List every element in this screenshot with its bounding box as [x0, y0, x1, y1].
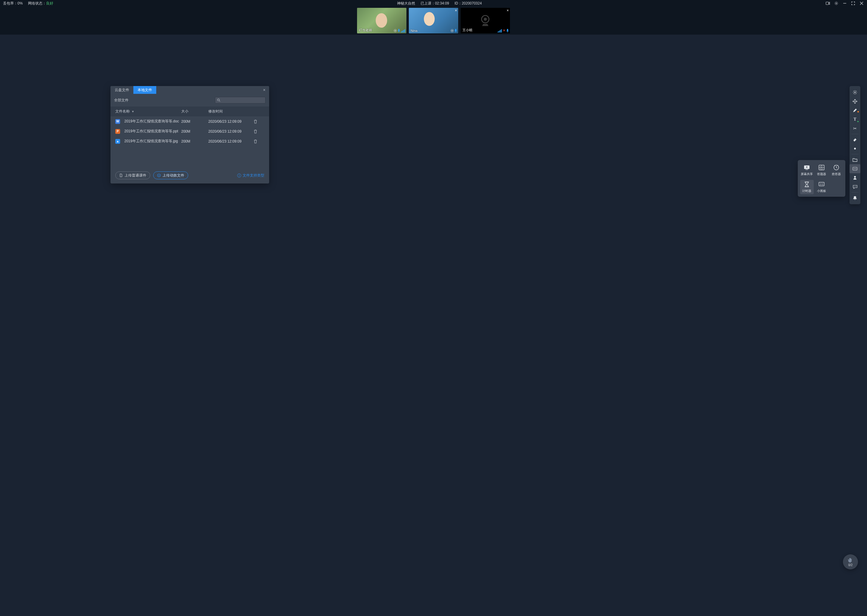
- participant-name: 王小明: [462, 28, 472, 33]
- file-size: 200M: [181, 119, 208, 124]
- video-strip: 叮当老师 × Nina × 王小明 ✕: [0, 6, 867, 35]
- tool-screen-share[interactable]: 屏幕共享: [800, 163, 814, 178]
- svg-rect-11: [507, 29, 508, 31]
- tool-scissors[interactable]: ✂: [850, 124, 861, 133]
- tab-local-files[interactable]: 本地文件: [133, 86, 156, 94]
- record-icon[interactable]: [826, 1, 830, 6]
- col-size[interactable]: 大小: [181, 109, 208, 114]
- delete-icon[interactable]: [254, 129, 264, 134]
- settings-icon[interactable]: [834, 1, 839, 6]
- tile-close-icon[interactable]: ×: [507, 8, 509, 13]
- svg-point-24: [854, 186, 855, 187]
- svg-text:2+3: 2+3: [820, 183, 823, 185]
- play-circle-icon: [157, 174, 161, 177]
- network-status: 网络状态：良好: [28, 1, 53, 6]
- participant-name: 叮当老师: [359, 28, 372, 33]
- sort-caret-icon: ▼: [132, 110, 134, 113]
- tool-person[interactable]: [850, 173, 861, 182]
- hand-count: 0/2: [848, 563, 853, 567]
- info-icon: i: [237, 174, 241, 178]
- svg-text:✓: ✓: [822, 166, 823, 168]
- svg-rect-7: [455, 29, 456, 31]
- hand-raise-badge[interactable]: 0/2: [843, 554, 858, 569]
- tool-laser[interactable]: [850, 88, 861, 97]
- minimize-icon[interactable]: [842, 1, 847, 6]
- svg-text:A: A: [820, 166, 821, 168]
- svg-point-17: [854, 148, 856, 149]
- col-mtime[interactable]: 修改时间: [208, 109, 254, 114]
- video-tile[interactable]: 叮当老师: [357, 8, 407, 33]
- tool-bell[interactable]: [850, 193, 861, 203]
- svg-line-37: [836, 168, 837, 168]
- video-tile[interactable]: × Nina: [409, 8, 458, 33]
- svg-rect-0: [826, 2, 829, 5]
- room-title: 神秘大自然: [397, 1, 415, 6]
- delete-icon[interactable]: [254, 139, 264, 143]
- col-name[interactable]: 文件名称 ▼: [115, 109, 181, 114]
- upload-animated-button[interactable]: 上传动效文件: [153, 171, 188, 179]
- tool-apps[interactable]: [850, 164, 861, 173]
- file-size: 200M: [181, 139, 208, 143]
- file-mtime: 2020/06/23 12:09:09: [208, 129, 254, 134]
- filetype-icon: P: [115, 129, 120, 134]
- upload-normal-button[interactable]: 上传普通课件: [115, 171, 150, 179]
- room-id: ID：2020070324: [455, 1, 482, 6]
- table-row[interactable]: ▲2019年工作汇报情况查询等等.jpg200M2020/06/23 12:09…: [110, 136, 269, 146]
- signal-icon: [498, 29, 502, 33]
- file-name: 2019年工作汇报情况查询等等.doc: [125, 119, 179, 124]
- svg-point-21: [856, 168, 856, 169]
- tab-cloud-files[interactable]: 云盘文件: [110, 86, 133, 94]
- delete-icon[interactable]: [254, 119, 264, 124]
- close-icon[interactable]: [859, 1, 864, 6]
- file-name: 2019年工作汇报情况查询等等.jpg: [125, 139, 178, 144]
- tool-answer[interactable]: A✓B✗ 答题器: [815, 163, 828, 178]
- tool-pen[interactable]: [850, 106, 861, 115]
- video-tile[interactable]: × 王小明 ✕: [460, 8, 510, 33]
- supported-types-link[interactable]: i 文件支持类型: [237, 173, 264, 178]
- dialog-tabs: 云盘文件 本地文件 ×: [110, 86, 269, 94]
- svg-point-16: [854, 92, 856, 93]
- file-mtime: 2020/06/23 12:09:09: [208, 119, 254, 124]
- svg-point-19: [854, 168, 854, 169]
- participant-name: Nina: [411, 29, 418, 33]
- svg-point-25: [856, 186, 856, 187]
- file-dialog: 云盘文件 本地文件 × 全部文件 文件名称 ▼ 大小 修改时间 W2019年工作…: [110, 86, 269, 184]
- tool-folder[interactable]: [850, 155, 861, 164]
- tools-popover: 屏幕共享 A✓B✗ 答题器 抢答器 计时器 2+3 小黑板: [798, 160, 845, 197]
- mic-icon: [455, 29, 457, 33]
- tool-brightness[interactable]: [850, 144, 861, 153]
- file-name: 2019年工作汇报情况查询等等.ppt: [125, 129, 178, 134]
- tool-buzzer[interactable]: 抢答器: [829, 163, 843, 178]
- table-header: 文件名称 ▼ 大小 修改时间: [110, 107, 269, 116]
- table-row[interactable]: W2019年工作汇报情况查询等等.doc200M2020/06/23 12:09…: [110, 116, 269, 126]
- elapsed-time: 已上课：02:34:09: [421, 1, 449, 6]
- tool-eraser[interactable]: [850, 135, 861, 144]
- svg-line-14: [219, 101, 220, 102]
- status-bar: 丢包率：0% 网络状态：良好 神秘大自然 已上课：02:34:09 ID：202…: [0, 0, 867, 6]
- svg-text:B: B: [820, 168, 821, 170]
- tile-close-icon[interactable]: ×: [455, 8, 457, 13]
- svg-point-1: [836, 3, 837, 4]
- file-icon: [119, 174, 123, 177]
- svg-point-10: [484, 17, 487, 21]
- color-dot-icon: [858, 111, 859, 113]
- tool-timer[interactable]: 计时器: [800, 180, 814, 194]
- tool-blackboard[interactable]: 2+3 小黑板: [815, 180, 828, 194]
- fullscreen-icon[interactable]: [851, 1, 856, 6]
- dialog-close-icon[interactable]: ×: [260, 88, 269, 92]
- tool-chat[interactable]: [850, 182, 861, 191]
- filetype-icon: ▲: [115, 139, 120, 144]
- mic-icon: [398, 29, 400, 33]
- tool-move[interactable]: [850, 97, 861, 106]
- tool-text[interactable]: T: [850, 115, 861, 124]
- mic-muted-icon: ✕: [503, 28, 506, 33]
- svg-text:✗: ✗: [822, 168, 823, 170]
- search-input[interactable]: [215, 97, 265, 104]
- svg-point-22: [854, 176, 856, 178]
- color-dot-icon: [858, 121, 859, 122]
- hand-icon: [847, 557, 853, 563]
- file-mtime: 2020/06/23 12:09:09: [208, 139, 254, 143]
- camera-icon: [451, 29, 454, 32]
- svg-point-20: [854, 168, 855, 169]
- table-row[interactable]: P2019年工作汇报情况查询等等.ppt200M2020/06/23 12:09…: [110, 126, 269, 136]
